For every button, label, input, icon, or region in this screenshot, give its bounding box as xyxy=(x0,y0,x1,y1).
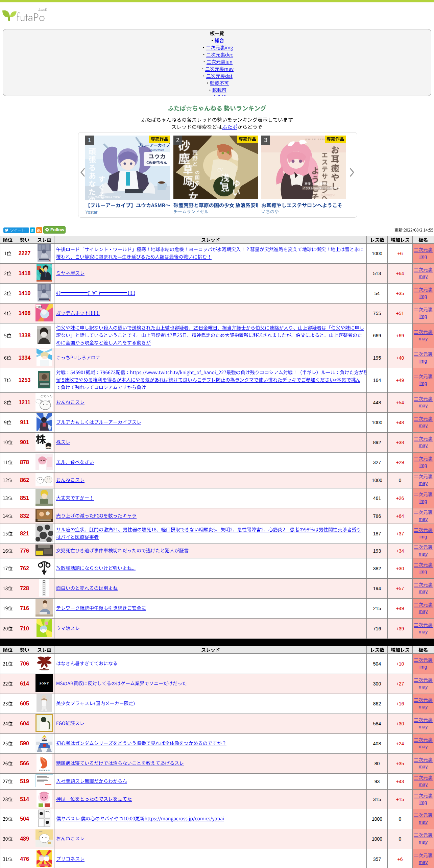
svg-text:BlueArchive: BlueArchive xyxy=(149,148,164,151)
svg-text:SONY: SONY xyxy=(39,682,49,685)
svg-text:© NEXON Games & Yostar: © NEXON Games & Yostar xyxy=(88,195,121,198)
svg-text:ichinoya: ichinoya xyxy=(321,192,335,197)
svg-text:EVIDESUN: EVIDESUN xyxy=(39,769,50,771)
svg-text:Fate: Fate xyxy=(37,305,42,308)
